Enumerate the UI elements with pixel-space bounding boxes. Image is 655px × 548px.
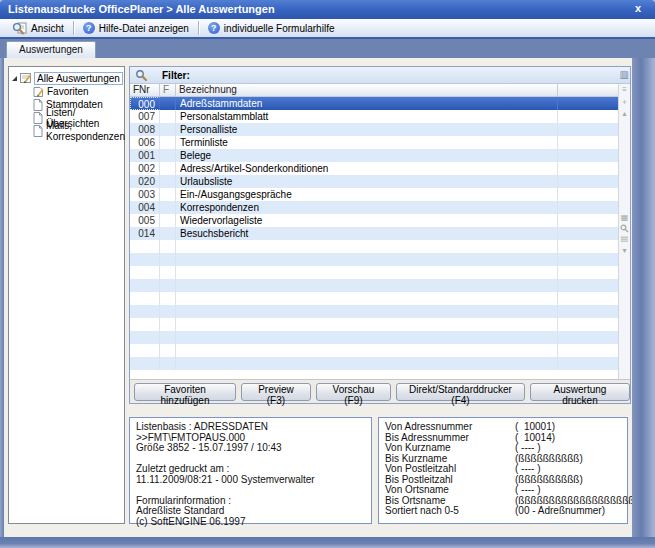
column-header-bezeichnung[interactable]: Bezeichnung [176,84,558,96]
info-line: Listenbasis : ADRESSDATEN [136,422,365,433]
column-picker-icon[interactable]: ▥ [620,69,629,80]
formularhilfe-label: individuelle Formularhilfe [224,23,335,34]
window-frame-right [632,58,655,548]
zoom-icon[interactable] [620,224,629,233]
table-row[interactable]: 001 Belege [130,149,630,162]
close-button[interactable]: x [631,0,645,18]
scroll-down-icon[interactable]: ▾ [622,245,626,257]
tree-item-favoriten[interactable]: Favoriten [9,85,124,98]
app-window: Listenausdrucke OfficePlaner > Alle Ausw… [0,0,655,548]
tree-item-alle-auswertungen[interactable]: Alle Auswertungen [9,71,124,85]
info-line: (c) SoftENGINE 06.1997 [136,517,365,528]
scroll-up-icon[interactable]: ▴ [622,108,626,120]
filter-setting-row: Von Postleitzahl ( ---- ) [385,464,621,475]
filter-label: Filter: [162,70,190,81]
tree-item-mails-korrespondenzen[interactable]: Mails, Korrespondenzen [9,124,124,137]
empty-row[interactable] [130,318,630,331]
favorites-pencil-icon [33,86,44,98]
empty-row[interactable] [130,292,630,305]
auswertungen-list-panel: Filter: ▥ FNr F Bezeichnung 000 Adreßsta… [129,66,631,404]
column-header-f[interactable]: F [160,84,176,96]
listenbasis-info-panel: Listenbasis : ADRESSDATEN >>FMT\FMTOPAUS… [129,417,372,524]
filter-setting-row: Von Kurzname ( ---- ) [385,443,621,454]
empty-row[interactable] [130,331,630,344]
document-icon [33,125,43,137]
document-icon [33,112,43,124]
info-line: Adreßliste Standard [136,506,365,517]
tab-auswertungen[interactable]: Auswertungen [6,41,96,58]
hilfe-datei-button[interactable]: ? Hilfe-Datei anzeigen [77,20,195,36]
filter-setting-row: Von Adressnummer ( 10001) [385,422,621,433]
empty-row[interactable] [130,357,630,370]
form-pencil-icon [20,72,32,84]
grid-icon[interactable]: ▦ [621,212,629,224]
table-row-selected[interactable]: 000 Adreßstammdaten [130,97,630,110]
empty-row[interactable] [130,266,630,279]
list-rows: 000 Adreßstammdaten 007 Personalstammbla… [130,97,630,379]
help-icon: ? [208,22,220,34]
hilfe-datei-label: Hilfe-Datei anzeigen [99,23,189,34]
info-line: 11.11.2009/08:21 - 000 Systemverwalter [136,475,365,486]
list-view-icon[interactable]: ▤ [621,233,629,245]
favoriten-hinzufuegen-button[interactable]: Favoriten hinzufügen [134,383,236,401]
column-header-fnr[interactable]: FNr [130,84,160,96]
titlebar: Listenausdrucke OfficePlaner > Alle Ausw… [0,0,655,19]
toolbar-separator [73,21,74,35]
tree-child-label: Mails, Korrespondenzen [46,120,125,142]
info-line: Größe 3852 - 15.07.1997 / 10:43 [136,443,365,454]
info-line: Zuletzt gedruckt am : [136,464,365,475]
tree-panel: Alle Auswertungen Favoriten Stammdaten [8,66,125,524]
info-line [136,485,365,496]
window-title: Listenausdrucke OfficePlaner > Alle Ausw… [8,3,275,15]
table-row[interactable]: 002 Adress/Artikel-Sonderkonditionen [130,162,630,175]
filter-settings-panel: Von Adressnummer ( 10001) Bis Adressnumm… [378,417,628,524]
search-icon [135,69,148,82]
table-row[interactable]: 004 Korrespondenzen [130,201,630,214]
vorschau-button[interactable]: Vorschau (F9) [316,383,391,401]
formularhilfe-button[interactable]: ? individuelle Formularhilfe [202,20,341,36]
table-row[interactable]: 014 Besuchsbericht [130,227,630,240]
preview-button[interactable]: Preview (F3) [241,383,311,401]
direkt-standarddrucker-button[interactable]: Direkt/Standarddrucker (F4) [396,383,525,401]
window-frame-left [0,58,4,548]
tree-expander-icon[interactable] [12,76,17,81]
empty-row[interactable] [130,344,630,357]
ansicht-button[interactable]: Ansicht [6,20,70,36]
table-row[interactable]: 003 Ein-/Ausgangsgespräche [130,188,630,201]
empty-row[interactable] [130,279,630,292]
toolbar-separator [198,21,199,35]
table-row[interactable]: 020 Urlaubsliste [130,175,630,188]
help-icon: ? [83,22,95,34]
sort-icon[interactable]: ≡ [622,84,627,96]
table-row[interactable]: 006 Terminliste [130,136,630,149]
table-row[interactable]: 008 Personalliste [130,123,630,136]
ansicht-label: Ansicht [31,23,64,34]
tree-root-label: Alle Auswertungen [34,72,123,85]
list-side-toolbar: ≡ ＋ ▴ ▦ ▤ ▾ [618,84,630,379]
empty-row[interactable] [130,240,630,253]
window-frame-bottom [0,537,655,548]
preview-icon [12,22,27,35]
add-icon[interactable]: ＋ [621,96,629,108]
document-icon [33,99,43,111]
auswertung-drucken-button[interactable]: Auswertung drucken [530,383,630,401]
table-row[interactable]: 007 Personalstammblatt [130,110,630,123]
toolbar: Ansicht ? Hilfe-Datei anzeigen ? individ… [0,19,655,39]
empty-row[interactable] [130,305,630,318]
filter-setting-row: Sortiert nach 0-5 (00 - Adreßnummer) [385,506,621,517]
button-bar: Favoriten hinzufügen Preview (F3) Vorsch… [130,379,630,403]
tab-band: Auswertungen [0,39,655,58]
list-header: FNr F Bezeichnung [130,84,630,97]
empty-row[interactable] [130,253,630,266]
tree-child-label: Favoriten [47,86,89,97]
filter-setting-row: Von Ortsname ( ---- ) [385,485,621,496]
filter-bar: Filter: ▥ [130,67,630,84]
table-row[interactable]: 005 Wiedervorlageliste [130,214,630,227]
